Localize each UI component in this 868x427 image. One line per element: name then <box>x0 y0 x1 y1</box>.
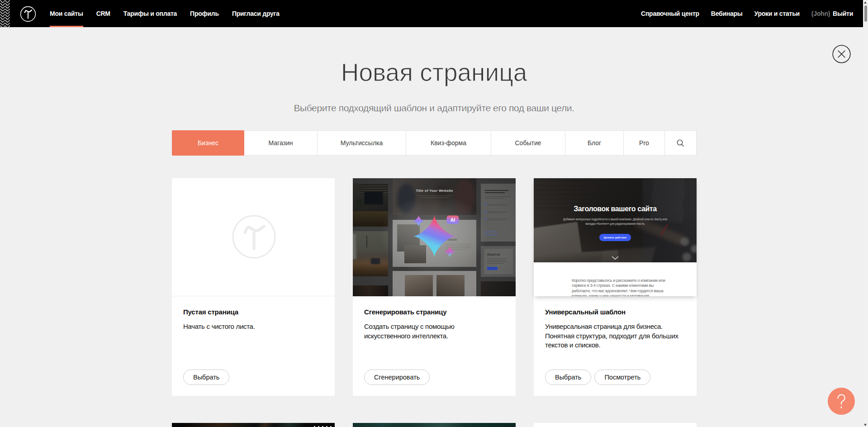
scrollbar[interactable] <box>863 0 868 427</box>
nav-invite-friend[interactable]: Пригласи друга <box>232 0 280 27</box>
card-title: Сгенерировать страницу <box>364 308 505 316</box>
card-blank-page[interactable]: Пустая страница Начать с чистого листа. … <box>172 178 335 396</box>
tab-quiz[interactable]: Квиз-форма <box>406 130 491 156</box>
choose-button[interactable]: Выбрать <box>183 370 229 385</box>
tab-pro[interactable]: Pro <box>624 130 665 156</box>
nav-profile[interactable]: Профиль <box>190 0 219 27</box>
tab-multilink[interactable]: Мультиссылка <box>318 130 406 156</box>
tab-search[interactable] <box>665 130 697 156</box>
page-subtitle: Выберите подходящий шаблон и адаптируйте… <box>0 103 868 114</box>
nav-my-sites[interactable]: Мои сайты <box>50 0 83 27</box>
choose-button[interactable]: Выбрать <box>545 370 591 385</box>
card-title: Универсальный шаблон <box>545 308 686 316</box>
preview-body: Коротко представьтесь и расскажите о ком… <box>534 262 697 296</box>
universal-template-thumbnail: Заголовок вашего сайта Добавьте интересн… <box>534 178 697 296</box>
question-icon <box>828 388 855 415</box>
secondary-nav: Справочный центр Вебинары Уроки и статьи… <box>641 0 853 27</box>
scrollbar-down-arrow-icon[interactable] <box>864 424 867 426</box>
preview-chevron-icon <box>609 256 621 260</box>
nav-webinars[interactable]: Вебинары <box>711 0 743 27</box>
generate-button[interactable]: Сгенерировать <box>364 370 430 385</box>
card-title: Пустая страница <box>183 308 324 316</box>
card-next-row[interactable] <box>172 423 335 427</box>
card-next-row[interactable] <box>353 423 516 427</box>
card-description: Начать с чистого листа. <box>183 322 319 332</box>
scrollbar-up-arrow-icon[interactable] <box>864 1 867 4</box>
nav-help-center[interactable]: Справочный центр <box>641 0 699 27</box>
tilda-logo[interactable] <box>20 6 36 22</box>
card-description: Создать страницу с помощью искусственног… <box>364 322 500 341</box>
view-button[interactable]: Посмотреть <box>594 370 650 385</box>
tab-event[interactable]: Событие <box>491 130 565 156</box>
card-description: Универсальная страница для бизнеса. Поня… <box>545 322 681 350</box>
blank-page-thumbnail <box>172 178 335 296</box>
tab-shop[interactable]: Магазин <box>244 130 318 156</box>
top-bar: Мои сайты CRM Тарифы и оплата Профиль Пр… <box>0 0 863 27</box>
card-universal-template[interactable]: Заголовок вашего сайта Добавьте интересн… <box>534 178 697 396</box>
template-category-tabs: Бизнес Магазин Мультиссылка Квиз-форма С… <box>172 130 697 156</box>
help-button[interactable] <box>828 388 855 415</box>
preview-cta-button: Целевое действие <box>599 234 631 241</box>
nav-crm[interactable]: CRM <box>96 0 110 27</box>
main-nav: Мои сайты CRM Тарифы и оплата Профиль Пр… <box>50 0 280 27</box>
search-icon <box>677 139 684 147</box>
zigzag-pattern-icon <box>0 0 10 27</box>
scrollbar-thumb[interactable] <box>864 5 867 22</box>
tab-blog[interactable]: Блог <box>565 130 624 156</box>
ai-badge-label: AI <box>451 217 455 223</box>
card-generate-page[interactable]: Title of Your Website Feature <box>353 178 516 396</box>
preview-paragraph: Коротко представьтесь и расскажите о ком… <box>572 278 666 296</box>
nav-tariffs[interactable]: Тарифы и оплата <box>123 0 177 27</box>
preview-hero: Заголовок вашего сайта Добавьте интересн… <box>534 178 697 262</box>
nav-user: (John) Выйти <box>811 0 853 27</box>
ai-collage-thumbnail: Title of Your Website Feature <box>353 178 516 296</box>
preview-hero-subtitle: Добавьте интересные подробности о вашей … <box>560 217 670 226</box>
card-next-row[interactable] <box>534 423 697 427</box>
user-name: (John) <box>811 10 830 17</box>
page-title: Новая страница <box>0 58 868 87</box>
tilda-watermark-icon <box>232 214 276 259</box>
page: Мои сайты CRM Тарифы и оплата Профиль Пр… <box>0 0 868 427</box>
preview-hero-title: Заголовок вашего сайта <box>534 205 697 213</box>
ai-sparkles-icon: AI <box>353 178 516 296</box>
logout-link[interactable]: Выйти <box>833 10 853 17</box>
nav-lessons[interactable]: Уроки и статьи <box>754 0 800 27</box>
tab-business[interactable]: Бизнес <box>172 130 244 156</box>
